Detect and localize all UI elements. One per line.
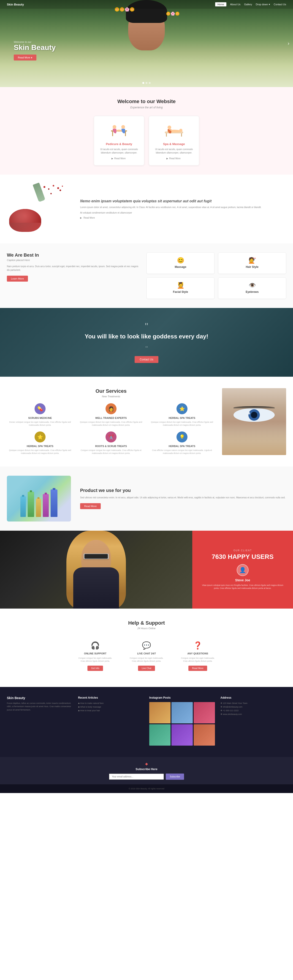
user-avatar: 👤 xyxy=(237,564,249,576)
about-text: Nemo enim ipsam voluptatem quia voluptas… xyxy=(71,199,286,219)
learn-more-button[interactable]: Learn More xyxy=(7,276,28,282)
best-in-description: Nam pretium turpis et arcu. Duis arcu to… xyxy=(7,265,139,272)
hero-dot-1[interactable] xyxy=(143,82,144,84)
subscribe-button[interactable]: Subscribe xyxy=(166,773,184,780)
questions-button[interactable]: Read More xyxy=(188,666,207,671)
best-in-caption: Caption placed Here xyxy=(7,259,139,261)
spa-read-more[interactable]: ▶Read More xyxy=(154,157,194,160)
best-in-section: We Are Best In Caption placed Here Nam p… xyxy=(0,243,293,308)
instagram-thumb-5[interactable] xyxy=(171,724,193,746)
online-support-button[interactable]: Get Info xyxy=(87,666,103,671)
hero-dot-3[interactable] xyxy=(149,82,150,84)
experts-icon: 👩 xyxy=(106,403,117,414)
help-card-questions: ❓ ANY QUESTIONS Congue congue leo eget m… xyxy=(175,636,221,676)
massage-title: Massage xyxy=(150,265,211,269)
svg-rect-8 xyxy=(181,134,182,137)
happy-users-section: OUR CLIENT 7630 HAPPY USERS 👤 Steve Joe … xyxy=(0,531,293,609)
live-chat-desc: Congue congue leo eget malesuada. Cras u… xyxy=(128,657,165,663)
herbal3-icon: 💡 xyxy=(176,431,187,442)
welcome-section: Welcome to our Website Experience the ar… xyxy=(0,87,293,175)
footer-articles-title: Recent Articles xyxy=(78,696,144,699)
service-herbal1: ⭐ HERBAL SPA TREATS Quisque congue dictu… xyxy=(149,403,215,427)
instagram-thumb-6[interactable] xyxy=(194,724,215,746)
nav-links: Home About Us Gallery Drop down ▾ Contac… xyxy=(215,2,286,6)
roots-title: ROOTS & SCRUB TREATS xyxy=(78,445,144,447)
nav-gallery[interactable]: Gallery xyxy=(244,3,252,6)
best-in-title: We Are Best In xyxy=(7,253,139,258)
live-chat-button[interactable]: Live Chat xyxy=(138,666,155,671)
copyright-text: © 2019 Skin Beauty. All rights reserved xyxy=(3,788,290,790)
nav-home[interactable]: Home xyxy=(215,2,226,6)
quote-section: " You will like to look like goddess eve… xyxy=(0,308,293,377)
welcome-title: Welcome to our Website xyxy=(7,99,286,105)
best-in-left: We Are Best In Caption placed Here Nam p… xyxy=(7,253,147,299)
experts-title: WELL TRAINED EXPERTS xyxy=(78,417,144,419)
feature-facial: 💆 Facial Style xyxy=(147,277,214,299)
footer-grid: Skin Beauty Fusce dapibus, tellus ac cur… xyxy=(7,696,286,746)
subscribe-email-input[interactable] xyxy=(109,773,164,780)
hairstyle-icon: 💇 xyxy=(222,257,283,264)
questions-desc: Congue congue leo eget malesuada. Cras u… xyxy=(179,657,216,663)
hero-read-more-button[interactable]: Read More ♦ xyxy=(14,54,36,60)
happy-users-image xyxy=(0,531,192,609)
about-text2: At volutpat condimentum vestibulum et ul… xyxy=(80,211,286,215)
footer-address-list: ❖ 123 Main Street Your Town ❖ info@skinb… xyxy=(220,702,286,715)
eye-visual xyxy=(233,408,275,422)
roots-desc: Congue congue congue leo eget malesuada.… xyxy=(78,449,144,455)
scrubs-title: SCRUBS MEDICINE xyxy=(7,417,73,419)
help-section: Help & Support 24 Hours Online 🎧 ONLINE … xyxy=(0,609,293,687)
nav-about[interactable]: About Us xyxy=(230,3,240,6)
instagram-thumb-3[interactable] xyxy=(194,702,215,723)
instagram-thumb-1[interactable] xyxy=(149,702,171,723)
scattered-spices xyxy=(39,184,71,216)
pedicure-read-more[interactable]: ▶Read More xyxy=(99,157,139,160)
product-read-more-button[interactable]: Read More xyxy=(80,503,101,509)
footer-brand-col: Skin Beauty Fusce dapibus, tellus ac cur… xyxy=(7,696,73,746)
footer-address-2: ❖ info@skinbeauty.com xyxy=(220,706,286,708)
eyebrows-icon: 👁️ xyxy=(222,282,283,289)
hero-title: Skin Beauty xyxy=(14,43,55,52)
footer-article-2[interactable]: ◆ What is body massage xyxy=(78,706,144,708)
close-quote: " xyxy=(145,345,148,352)
questions-title: ANY QUESTIONS xyxy=(179,652,216,655)
spa-title: Spa & Massage xyxy=(154,142,194,146)
hero-welcome: Welcome to our xyxy=(14,41,55,43)
services-left: Our Services New Treatments 💊 SCRUBS MED… xyxy=(7,388,215,455)
instagram-thumb-4[interactable] xyxy=(149,724,171,746)
service-cards-container: Pedicure & Beauty Ut iaculis est iaculis… xyxy=(7,116,286,165)
services-title: Our Services xyxy=(7,388,215,394)
spa-illustration xyxy=(154,122,194,140)
herbal3-desc: Cras efficitur congue natum congue leo e… xyxy=(149,449,215,455)
nav-dropdown[interactable]: Drop down ▾ xyxy=(256,3,270,6)
product-section: Product we use for you Sed ultrices nisl… xyxy=(0,466,293,531)
hero-content: Welcome to our Skin Beauty Read More ♦ xyxy=(0,41,55,60)
pedicure-desc: Ut iaculis est iaculis, quam commodo bib… xyxy=(99,148,139,154)
footer-articles-list: ◆ How to make natural face ◆ What is bod… xyxy=(78,702,144,712)
contact-us-button[interactable]: Contact Us xyxy=(135,356,158,363)
hero-dot-2[interactable] xyxy=(146,82,147,84)
hero-next-arrow[interactable]: › xyxy=(288,41,289,46)
instagram-grid xyxy=(149,702,215,746)
help-card-online: 🎧 ONLINE SUPPORT Congue congue leo eget … xyxy=(72,636,118,676)
instagram-thumb-2[interactable] xyxy=(171,702,193,723)
footer-article-3[interactable]: ◆ How to treat your hair xyxy=(78,710,144,712)
bottles-container xyxy=(7,476,71,522)
spice-bowl xyxy=(9,209,41,232)
facial-icon: 💆 xyxy=(150,282,211,289)
about-section: Nemo enim ipsam voluptatem quia voluptas… xyxy=(0,175,293,243)
online-support-desc: Congue congue leo eget malesuada. Cras u… xyxy=(77,657,114,663)
feature-massage: 😊 Massage xyxy=(147,253,214,274)
about-read-more[interactable]: ▶ Read More xyxy=(80,216,286,219)
nav-contact[interactable]: Contact Us xyxy=(274,3,286,6)
herbal1-title: HERBAL SPA TREATS xyxy=(149,417,215,419)
hero-person-silhouette: 🌼🌼🌸🌼 🌼🌸🌼 xyxy=(112,0,181,87)
help-subtitle: 24 Hours Online xyxy=(7,627,286,630)
spa-desc: Ut iaculis est iaculis, quam commodo bib… xyxy=(154,148,194,154)
user-name: Steve Joe xyxy=(235,578,250,582)
open-quote: " xyxy=(7,322,286,331)
roots-icon: ✂️ xyxy=(106,431,117,442)
footer-article-1[interactable]: ◆ How to make natural face xyxy=(78,702,144,704)
subscribe-form: Subscribe xyxy=(5,773,288,780)
online-support-title: ONLINE SUPPORT xyxy=(77,652,114,655)
pedicure-illustration xyxy=(99,122,139,140)
